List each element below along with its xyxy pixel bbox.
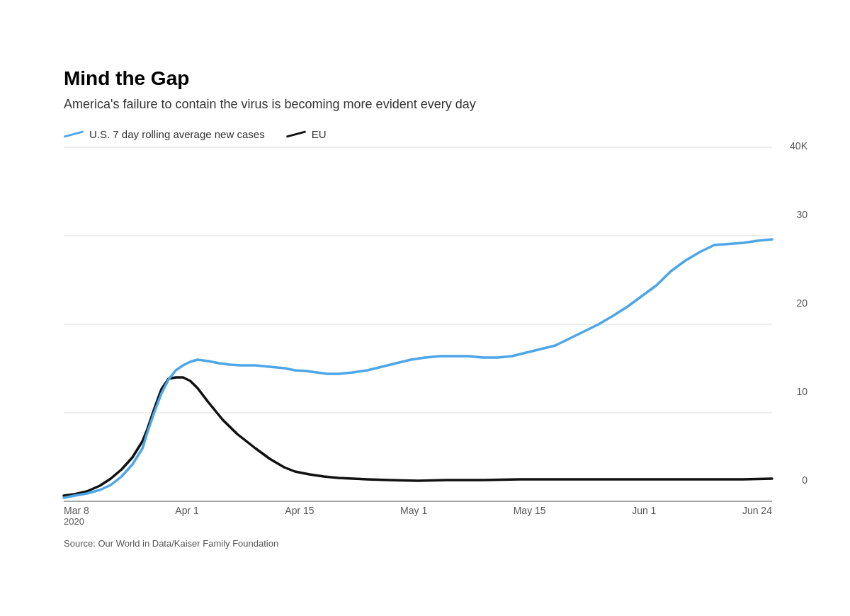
- y-label-10: 10: [796, 386, 808, 397]
- x-label-mar8: Mar 8 2020: [64, 505, 89, 527]
- x-label-may15: May 15: [514, 505, 546, 527]
- y-label-0: 0: [802, 474, 808, 486]
- x-label-apr1: Apr 1: [175, 505, 198, 527]
- y-label-30: 30: [796, 209, 808, 220]
- x-axis: Mar 8 2020 Apr 1 Apr 15 May 1 May 15 Jun…: [64, 505, 772, 527]
- x-label-jun24: Jun 24: [742, 505, 772, 527]
- legend-item-us: U.S. 7 day rolling average new cases: [64, 128, 265, 140]
- us-line: [64, 239, 772, 498]
- y-label-40k: 40K: [790, 140, 808, 152]
- eu-line: [64, 377, 772, 496]
- chart-subtitle: America's failure to contain the virus i…: [64, 96, 772, 113]
- chart-title: Mind the Gap: [64, 67, 772, 90]
- x-label-may1: May 1: [400, 505, 427, 527]
- legend-item-eu: EU: [286, 128, 327, 140]
- line-chart: [64, 147, 772, 501]
- x-label-jun1: Jun 1: [632, 505, 656, 527]
- source-text: Source: Our World in Data/Kaiser Family …: [64, 538, 772, 549]
- legend-label-eu: EU: [312, 128, 327, 140]
- chart-area: 40K 30 20 10 0: [64, 147, 772, 527]
- x-label-apr15: Apr 15: [285, 505, 314, 527]
- chart-container: Mind the Gap America's failure to contai…: [35, 39, 815, 576]
- y-label-20: 20: [796, 297, 808, 309]
- legend: U.S. 7 day rolling average new cases EU: [64, 128, 772, 140]
- legend-label-us: U.S. 7 day rolling average new cases: [89, 128, 265, 140]
